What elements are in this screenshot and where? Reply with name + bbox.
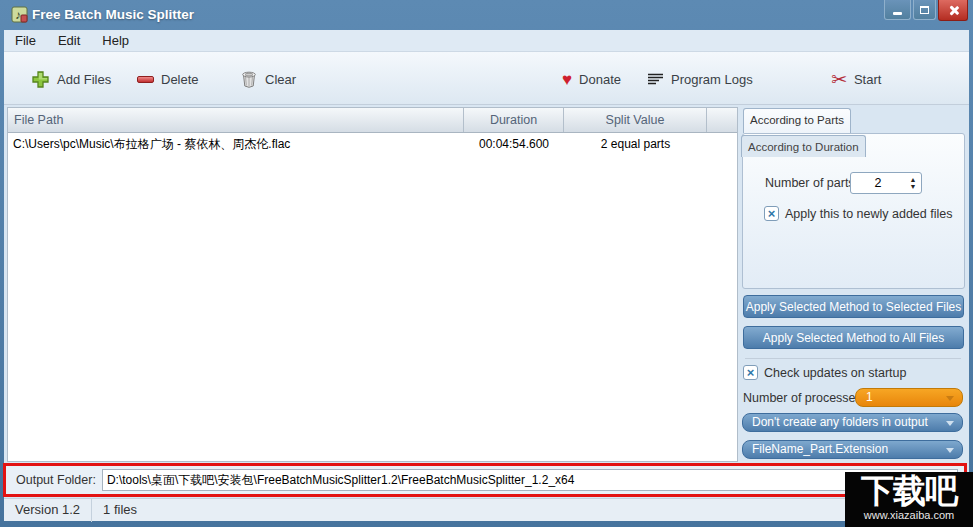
- delete-button[interactable]: Delete: [132, 65, 204, 93]
- tab-according-to-parts[interactable]: According to Parts: [743, 108, 851, 133]
- cell-file-path: C:\Users\pc\Music\布拉格广场 - 蔡依林、周杰伦.flac: [8, 136, 464, 153]
- maximize-icon: [920, 6, 929, 14]
- version-label: Version 1.2: [4, 499, 92, 522]
- check-updates-checkbox[interactable]: ×: [743, 365, 758, 380]
- svg-text:♪: ♪: [15, 8, 21, 22]
- number-of-parts-label: Number of parts:: [765, 176, 858, 190]
- window-title: Free Batch Music Splitter: [32, 0, 194, 30]
- maximize-button[interactable]: [913, 0, 936, 20]
- toolbar: Add Files Delete Clear ♥ Donate Program …: [4, 52, 969, 105]
- output-folder-bar: Output Folder:: [3, 463, 967, 497]
- number-of-processes-select[interactable]: 1: [855, 388, 963, 407]
- program-logs-icon: [647, 72, 664, 87]
- minimize-icon: [893, 12, 902, 15]
- output-folder-label: Output Folder:: [16, 473, 96, 487]
- number-of-parts-row: Number of parts: 2 ▲ ▼: [743, 172, 964, 194]
- watermark-title: 下载吧: [845, 473, 973, 509]
- start-button[interactable]: ✂ Start: [826, 65, 886, 93]
- filename-pattern-select[interactable]: FileName_Part.Extension: [742, 440, 963, 459]
- file-table: File Path Duration Split Value C:\Users\…: [7, 107, 738, 462]
- number-of-parts-value[interactable]: 2: [851, 173, 905, 193]
- menu-edit[interactable]: Edit: [47, 30, 91, 52]
- donate-heart-icon: ♥: [562, 71, 572, 88]
- add-files-plus-icon: [31, 70, 50, 89]
- close-icon: [948, 5, 959, 16]
- menu-help[interactable]: Help: [91, 30, 140, 52]
- cell-duration: 00:04:54.600: [464, 137, 564, 151]
- app-window: ♪ Free Batch Music Splitter File Edit He…: [0, 0, 973, 527]
- menu-file[interactable]: File: [4, 30, 47, 52]
- delete-minus-icon: [137, 76, 154, 83]
- apply-to-new-files-checkbox[interactable]: ×: [764, 206, 779, 221]
- status-bar: Version 1.2 1 files: [4, 498, 969, 521]
- program-logs-button[interactable]: Program Logs: [642, 65, 758, 93]
- spin-up-icon[interactable]: ▲: [910, 176, 917, 183]
- output-folders-value: Don't create any folders in output: [752, 415, 928, 429]
- title-bar: ♪ Free Batch Music Splitter: [0, 0, 973, 30]
- column-header-split-value[interactable]: Split Value: [564, 108, 707, 132]
- apply-to-new-files-label: Apply this to newly added files: [785, 207, 952, 221]
- check-updates-label: Check updates on startup: [764, 366, 906, 380]
- menu-bar: File Edit Help: [4, 30, 969, 52]
- output-folder-input[interactable]: [102, 469, 958, 491]
- split-settings-panel: According to PartsAccording to Duration …: [741, 107, 967, 462]
- chevron-down-icon: [946, 396, 954, 401]
- apply-selected-method-all-files-button[interactable]: Apply Selected Method to All Files: [743, 326, 964, 349]
- column-header-filler: [707, 108, 737, 132]
- watermark-url: www.xiazaiba.com: [845, 509, 973, 522]
- number-of-processes-label: Number of processes:: [743, 391, 865, 405]
- chevron-down-icon: [946, 448, 954, 453]
- output-folders-select[interactable]: Don't create any folders in output: [742, 413, 963, 432]
- clear-button[interactable]: Clear: [235, 65, 301, 93]
- cell-split-value: 2 equal parts: [564, 137, 707, 151]
- chevron-down-icon: [946, 421, 954, 426]
- check-updates-checkbox-row[interactable]: × Check updates on startup: [743, 365, 906, 380]
- number-of-processes-value: 1: [866, 390, 873, 404]
- toolbar-button-label: Start: [854, 72, 881, 87]
- start-scissors-icon: ✂: [831, 70, 847, 89]
- toolbar-button-label: Clear: [265, 72, 296, 87]
- column-header-file-path[interactable]: File Path: [8, 108, 464, 132]
- toolbar-button-label: Donate: [579, 72, 621, 87]
- stepper-arrows[interactable]: ▲ ▼: [905, 173, 921, 193]
- table-row[interactable]: C:\Users\pc\Music\布拉格广场 - 蔡依林、周杰伦.flac 0…: [8, 133, 737, 155]
- spin-down-icon[interactable]: ▼: [910, 183, 917, 190]
- apply-to-new-files-checkbox-row[interactable]: × Apply this to newly added files: [764, 206, 952, 221]
- toolbar-button-label: Add Files: [57, 72, 111, 87]
- filename-pattern-value: FileName_Part.Extension: [752, 442, 888, 456]
- add-files-button[interactable]: Add Files: [26, 65, 116, 93]
- toolbar-button-label: Program Logs: [671, 72, 753, 87]
- column-header-duration[interactable]: Duration: [464, 108, 564, 132]
- number-of-parts-stepper[interactable]: 2 ▲ ▼: [850, 172, 922, 194]
- panel-divider: [745, 358, 961, 359]
- file-table-header: File Path Duration Split Value: [8, 108, 737, 133]
- close-button[interactable]: [938, 0, 968, 21]
- split-method-tabs: According to PartsAccording to Duration: [741, 107, 967, 134]
- toolbar-button-label: Delete: [161, 72, 199, 87]
- number-of-processes-row: Number of processes: 1: [743, 388, 965, 407]
- file-count-label: 1 files: [92, 499, 148, 522]
- donate-button[interactable]: ♥ Donate: [557, 65, 626, 93]
- app-icon: ♪: [11, 6, 28, 23]
- minimize-button[interactable]: [884, 0, 911, 20]
- xiazaiba-watermark: 下载吧 www.xiazaiba.com: [845, 472, 973, 527]
- apply-selected-method-selected-files-button[interactable]: Apply Selected Method to Selected Files: [743, 295, 964, 318]
- tab-according-to-duration[interactable]: According to Duration: [741, 135, 866, 157]
- clear-trash-icon: [240, 70, 258, 89]
